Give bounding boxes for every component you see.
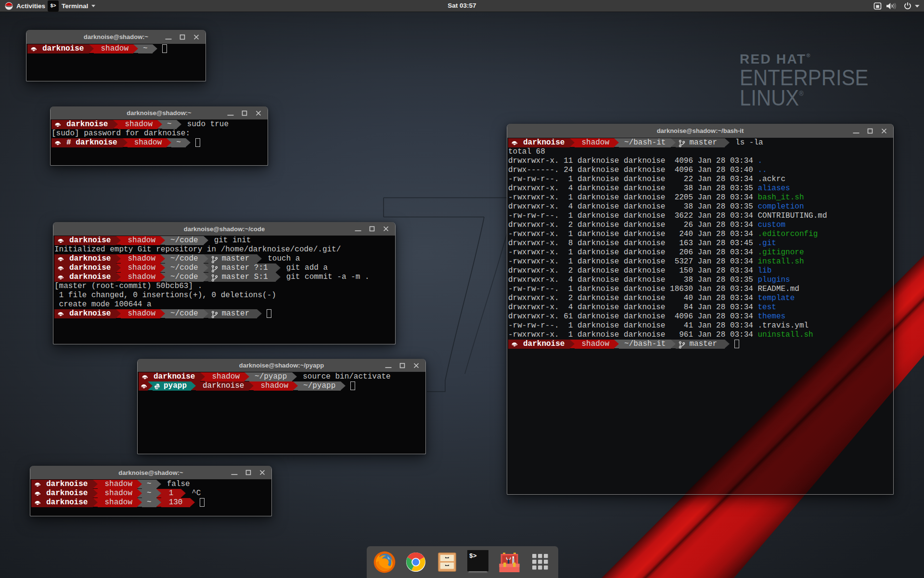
svg-text:$>: $>	[469, 552, 477, 560]
